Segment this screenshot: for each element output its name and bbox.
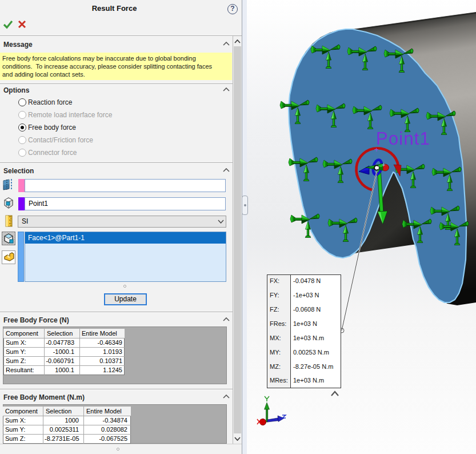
svg-text:1e+03 N.m: 1e+03 N.m [293,334,324,341]
svg-text:0.00253 N.m: 0.00253 N.m [293,349,329,356]
svg-text:MY:: MY: [270,349,281,356]
svg-text:FY:: FY: [270,292,279,298]
svg-text:1e+03 N.m: 1e+03 N.m [293,377,324,384]
svg-text:-8.27e-05 N.m: -8.27e-05 N.m [293,363,333,370]
svg-text:-1e+03 N: -1e+03 N [293,292,319,298]
svg-text:1e+03 N: 1e+03 N [293,320,317,327]
svg-text:FZ:: FZ: [270,306,279,313]
svg-text:MRes:: MRes: [270,377,288,384]
svg-text:+: + [374,145,379,154]
svg-text:-0.0608 N: -0.0608 N [293,306,321,313]
svg-text:MX:: MX: [270,334,281,341]
svg-text:+: + [382,161,385,168]
svg-text:FX:: FX: [270,277,279,284]
svg-text:-0.0478 N: -0.0478 N [293,277,321,284]
svg-text:FRes:: FRes: [270,320,286,327]
svg-text:MZ:: MZ: [270,363,281,370]
svg-text:Point1: Point1 [376,129,430,149]
